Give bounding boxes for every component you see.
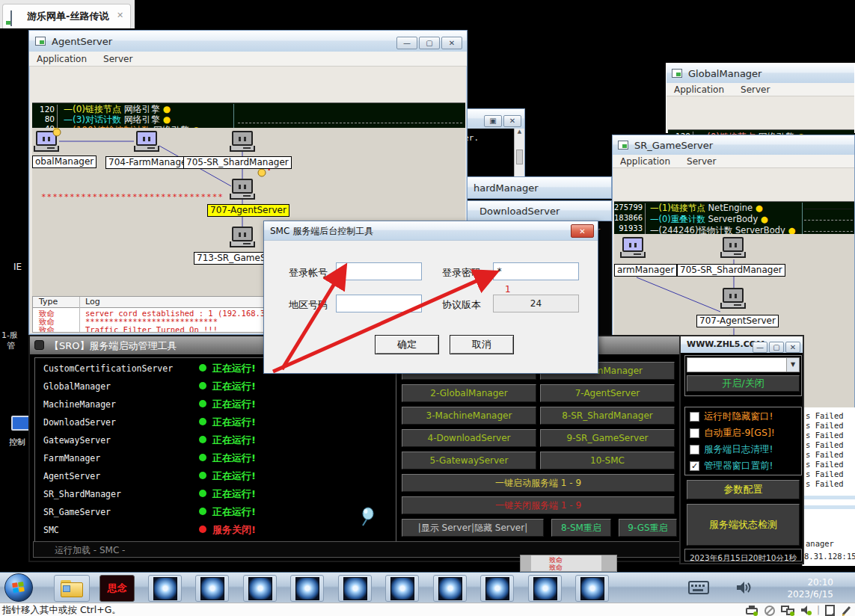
grid-button-3[interactable]: 3-MachineManager	[402, 407, 536, 425]
node-agentserver-icon[interactable]	[230, 179, 255, 200]
scroll-up-icon[interactable]: ▲	[515, 129, 524, 135]
taskbar-app-button[interactable]	[575, 575, 609, 602]
minimize-button[interactable]: —	[396, 37, 417, 49]
node-farmmanager-icon[interactable]	[620, 237, 646, 258]
maximize-button[interactable]: ▢	[769, 342, 784, 353]
node-agentserver-icon[interactable]	[720, 288, 746, 309]
grid-button-4[interactable]: 4-DownloadServer	[402, 429, 536, 447]
server-name[interactable]: AgentServer	[43, 471, 100, 481]
taskbar-app-button[interactable]	[480, 575, 514, 602]
taskbar-app-button[interactable]	[243, 575, 277, 602]
server-select-combobox[interactable]: ▼	[687, 357, 800, 372]
volume-icon[interactable]	[735, 579, 752, 596]
notes-icon[interactable]	[825, 605, 836, 616]
node-shardmanager-icon[interactable]	[230, 131, 255, 152]
close-button[interactable]: ✕	[503, 115, 521, 127]
server-name[interactable]: DownloadServer	[43, 417, 116, 428]
grid-button-2[interactable]: 2-GlobalManager	[402, 384, 536, 402]
taskbar-sinian-button[interactable]: 思念	[99, 575, 135, 602]
server-name[interactable]: FarmManager	[43, 453, 100, 463]
gs-restart-button[interactable]: 9-GS重启	[619, 519, 677, 537]
maximize-button[interactable]: ▣	[484, 115, 502, 127]
status-check-button[interactable]: 服务端状态检测	[687, 504, 800, 546]
zhl5-titlebar[interactable]: WWW.ZHL5.COM —▢✕	[681, 336, 803, 353]
taskbar-app-button[interactable]	[290, 575, 324, 602]
maximize-button[interactable]: ▢	[419, 37, 440, 49]
grid-button-9[interactable]: 9-SR_GameServer	[540, 429, 675, 447]
checkbox[interactable]	[690, 445, 699, 455]
close-button[interactable]: ✕	[571, 224, 594, 238]
grid-button-5[interactable]: 5-GatewayServer	[402, 452, 536, 469]
checkbox[interactable]	[690, 412, 699, 422]
taskbar-app-button[interactable]	[195, 575, 229, 602]
taskbar-app-button[interactable]	[338, 575, 372, 602]
menu-application[interactable]: Application	[620, 156, 670, 167]
smc-titlebar[interactable]: SMC 服务端后台控制工具 ✕	[264, 221, 598, 241]
checkbox-row[interactable]: ✓ 管理器窗口置前!	[690, 460, 773, 472]
node-label-selected[interactable]: 707-AgentServer	[207, 204, 289, 217]
dropdown-arrow-icon[interactable]: ▼	[786, 358, 799, 372]
node-label[interactable]: 707-AgentServer	[696, 315, 779, 327]
checkbox-checked[interactable]: ✓	[690, 461, 699, 471]
server-name[interactable]: GlobalManager	[43, 381, 111, 392]
globalmanager-titlebar[interactable]: GlobalManager	[666, 64, 854, 83]
tab-close-icon[interactable]: ✕	[117, 10, 123, 20]
taskbar-clock[interactable]: 20:10 2023/6/15	[770, 575, 836, 601]
taskbar-app-button[interactable]	[148, 575, 182, 602]
checkbox-row[interactable]: 运行时隐藏窗口!	[690, 410, 773, 423]
stop-all-button[interactable]: 一键关闭服务端 1 - 9	[402, 496, 675, 514]
log-col-type[interactable]: Type	[39, 297, 58, 307]
sm-restart-button[interactable]: 8-SM重启	[551, 519, 611, 537]
start-button[interactable]	[4, 573, 33, 602]
scroll-thumb[interactable]	[516, 150, 523, 164]
network-icon[interactable]	[781, 605, 795, 616]
password-input[interactable]	[493, 262, 579, 280]
account-input[interactable]	[336, 262, 422, 280]
menu-server[interactable]: Server	[741, 84, 770, 95]
scrollbar[interactable]: ▲	[514, 129, 524, 176]
desktop-icon-ie-label[interactable]: IE	[13, 262, 24, 272]
tray-volume-icon[interactable]	[800, 605, 812, 616]
config-button[interactable]: 参数配置	[687, 480, 800, 499]
minimize-button[interactable]: —	[753, 342, 767, 353]
server-name[interactable]: MachineManager	[43, 399, 116, 410]
taskbar-app-button[interactable]	[385, 575, 419, 602]
menu-application[interactable]: Application	[674, 84, 724, 95]
node-label[interactable]: armManager	[614, 264, 677, 277]
browser-tab[interactable]: 游乐网单-丝路传说 ✕	[2, 4, 131, 28]
show-hide-server-button[interactable]: |显示 Server|隐藏 Server|	[402, 519, 544, 537]
printer-icon[interactable]	[745, 605, 759, 616]
node-farmmanager-icon[interactable]	[134, 131, 159, 152]
checkbox[interactable]	[690, 428, 699, 438]
close-button[interactable]: ✕	[441, 37, 462, 49]
node-label[interactable]: obalManager	[32, 155, 96, 168]
grid-button-7[interactable]: 7-AgentServer	[540, 384, 675, 402]
taskbar-app-button[interactable]	[528, 575, 562, 602]
checkbox-row[interactable]: 服务端日志清理!	[690, 443, 773, 456]
node-label[interactable]: 713-SR_GameS	[194, 252, 269, 265]
ok-button[interactable]: 确定	[375, 335, 439, 354]
server-name[interactable]: CustomCertificationServer	[43, 363, 173, 374]
node-shardmanager-icon[interactable]	[720, 237, 746, 258]
checkbox-row[interactable]: 自动重启-9[GS]!	[690, 427, 775, 440]
server-name[interactable]: GatewayServer	[43, 435, 111, 446]
taskbar-app-button[interactable]	[433, 575, 467, 602]
pencil-icon[interactable]	[842, 605, 852, 616]
start-all-button[interactable]: 一键启动服务端 1 - 9	[402, 474, 675, 492]
blocked-icon[interactable]	[764, 605, 776, 616]
keyboard-icon[interactable]	[688, 581, 709, 594]
server-name[interactable]: SR_GameServer	[43, 507, 111, 517]
node-label[interactable]: 705-SR_ShardManager	[183, 156, 292, 169]
grid-button-8[interactable]: 8-SR_ShardManager	[540, 407, 675, 425]
log-col-log[interactable]: Log	[85, 297, 100, 307]
server-name[interactable]: SR_ShardManager	[43, 489, 121, 499]
grid-button-10[interactable]: 10-SMC	[540, 452, 675, 469]
window-shardmanager-fragment[interactable]: hardManager	[449, 176, 612, 199]
menu-application[interactable]: Application	[37, 54, 87, 64]
close-button[interactable]: ✕	[785, 342, 800, 353]
node-label[interactable]: 704-FarmManager	[105, 156, 193, 169]
menu-server[interactable]: Server	[687, 156, 716, 167]
node-label[interactable]: 705-SR_ShardManager	[677, 264, 785, 277]
taskbar-explorer-button[interactable]	[54, 575, 90, 602]
menu-server[interactable]: Server	[103, 54, 132, 64]
